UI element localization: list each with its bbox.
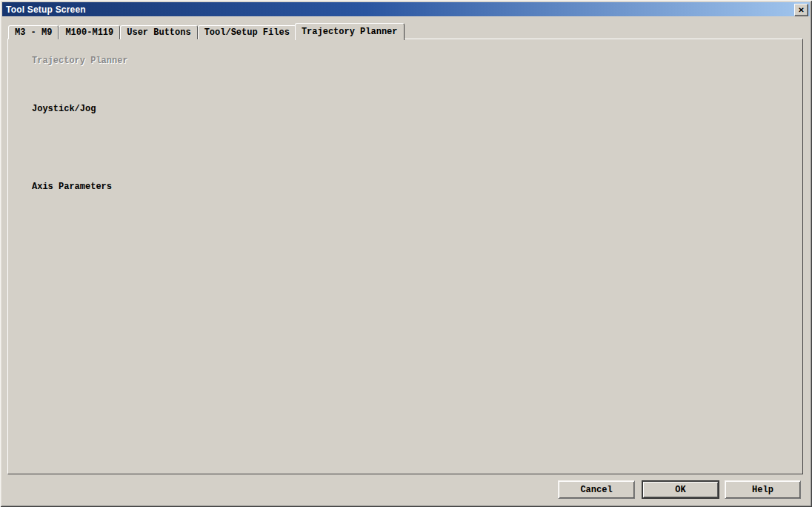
ok-button[interactable]: OK bbox=[642, 480, 719, 499]
window-title: Tool Setup Screen bbox=[6, 4, 86, 15]
joystick-jog-group-label: Joystick/Jog bbox=[29, 104, 99, 114]
help-button[interactable]: Help bbox=[725, 480, 801, 499]
tab-bar: M3 - M9 M100-M119 User Buttons Tool/Setu… bbox=[8, 22, 403, 39]
title-bar: Tool Setup Screen bbox=[2, 2, 810, 16]
close-icon: ✕ bbox=[798, 6, 804, 14]
tab-page-trajectory-planner bbox=[7, 39, 803, 474]
tool-setup-dialog: Tool Setup Screen ✕ M3 - M9 M100-M119 Us… bbox=[0, 0, 812, 507]
tab-tool-setup-files[interactable]: Tool/Setup Files bbox=[198, 25, 296, 39]
tab-m3-m9[interactable]: M3 - M9 bbox=[8, 25, 59, 39]
tab-m100-m119[interactable]: M100-M119 bbox=[59, 25, 120, 39]
cancel-button[interactable]: Cancel bbox=[558, 480, 635, 499]
tab-trajectory-planner[interactable]: Trajectory Planner bbox=[295, 23, 405, 40]
close-button[interactable]: ✕ bbox=[794, 4, 808, 16]
tab-user-buttons[interactable]: User Buttons bbox=[120, 25, 197, 39]
trajectory-planner-group-label: Trajectory Planner bbox=[29, 56, 131, 66]
axis-parameters-group-label: Axis Parameters bbox=[29, 182, 115, 192]
